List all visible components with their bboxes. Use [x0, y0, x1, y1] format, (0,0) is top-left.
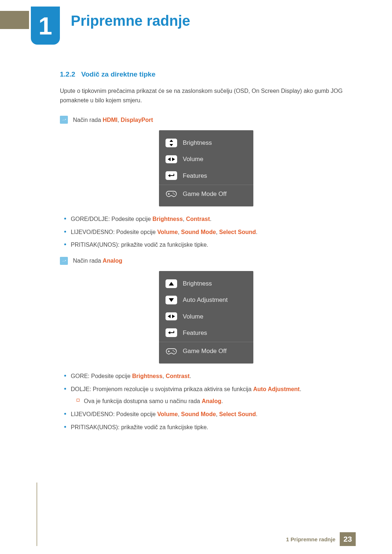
gamepad-icon: [166, 347, 177, 356]
note1-sep: ,: [118, 117, 121, 123]
osd-row: Brightness: [159, 275, 253, 292]
osd-label: Auto Adjustment: [183, 295, 228, 305]
side-vertical-line: [36, 483, 37, 546]
list-item: PRITISAK(UNOS): prikažite vodič za funkc…: [71, 423, 352, 432]
osd-label: Volume: [183, 312, 204, 321]
osd-row: Game Mode Off: [159, 343, 253, 359]
note-text: Način rada HDMI, DisplayPort: [73, 115, 153, 125]
sub-list: Ova je funkcija dostupna samo u načinu r…: [71, 397, 352, 406]
list-item: DOLJE: Promjenom rezolucije u svojstvima…: [71, 385, 352, 406]
osd-row: Auto Adjustment: [159, 292, 253, 308]
osd-row: Volume: [159, 308, 253, 325]
osd-panel-2: Brightness Auto Adjustment Volume: [159, 271, 253, 364]
osd-row: Features: [159, 168, 253, 184]
osd-panel-1: Brightness Volume Features: [159, 130, 253, 206]
section-title: Vodič za direktne tipke: [81, 70, 155, 78]
leftright-icon: [166, 312, 177, 320]
section-header: 1.2.2 Vodič za direktne tipke: [60, 69, 352, 80]
osd-row: Brightness: [159, 135, 253, 151]
list-item: GORE: Podesite opcije Brightness, Contra…: [71, 372, 352, 381]
leftright-icon: [166, 155, 177, 163]
sub-list-item: Ova je funkcija dostupna samo u načinu r…: [84, 397, 352, 406]
osd-label: Game Mode Off: [183, 189, 227, 199]
note2-hl: Analog: [103, 258, 122, 264]
note1-prefix: Način rada: [73, 117, 103, 123]
note1-hl2: DisplayPort: [121, 117, 153, 123]
chapter-number: 1: [38, 12, 52, 40]
up-icon: [166, 279, 177, 288]
note1-hl1: HDMI: [103, 117, 118, 123]
list-item: PRITISAK(UNOS): prikažite vodič za funkc…: [71, 240, 352, 250]
osd-label: Game Mode Off: [183, 346, 227, 356]
down-icon: [166, 296, 177, 304]
osd-label: Volume: [183, 154, 204, 164]
note-text: Način rada Analog: [73, 256, 122, 266]
list-item: LIJEVO/DESNO: Podesite opcije Volume, So…: [71, 410, 352, 419]
section-intro: Upute o tipkovnim prečacima prikazat će …: [60, 86, 352, 105]
bullet-list-1: GORE/DOLJE: Podesite opcije Brightness, …: [60, 214, 352, 250]
note-icon: [60, 257, 68, 265]
note-hdmi-dp: Način rada HDMI, DisplayPort: [60, 115, 352, 125]
osd-row: Game Mode Off: [159, 186, 253, 202]
chapter-title: Pripremne radnje: [71, 13, 190, 29]
chapter-number-tab: 1: [31, 7, 60, 45]
gamepad-icon: [166, 189, 177, 198]
enter-icon: [166, 171, 177, 180]
osd-row: Volume: [159, 151, 253, 167]
osd-label: Brightness: [183, 279, 212, 288]
osd-row: Features: [159, 325, 253, 341]
enter-icon: [166, 328, 177, 337]
list-item: LIJEVO/DESNO: Podesite opcije Volume, So…: [71, 227, 352, 237]
osd-label: Brightness: [183, 138, 212, 148]
list-item: GORE/DOLJE: Podesite opcije Brightness, …: [71, 214, 352, 224]
section-number: 1.2.2: [60, 70, 75, 78]
svg-point-3: [173, 351, 175, 352]
osd-label: Features: [183, 171, 207, 181]
footer-text: 1 Pripremne radnje: [286, 536, 335, 542]
page-footer: 1 Pripremne radnje 23: [286, 532, 356, 546]
updown-icon: [166, 139, 177, 147]
bullet-list-2: GORE: Podesite opcije Brightness, Contra…: [60, 372, 352, 432]
note-icon: [60, 116, 68, 124]
svg-point-1: [173, 194, 175, 195]
svg-point-2: [172, 350, 173, 351]
note-analog: Način rada Analog: [60, 256, 352, 266]
svg-point-0: [172, 193, 173, 194]
note2-prefix: Način rada: [73, 258, 103, 264]
page-number: 23: [340, 532, 356, 546]
osd-label: Features: [183, 328, 207, 338]
